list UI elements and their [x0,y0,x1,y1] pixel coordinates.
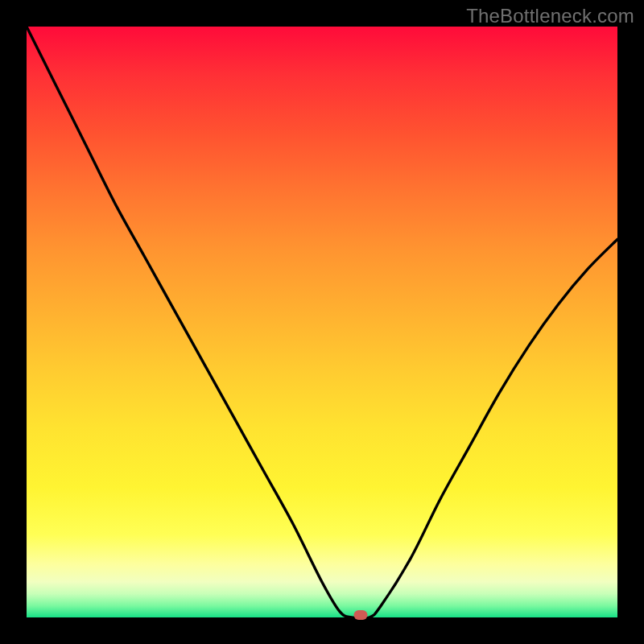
plot-area [27,27,617,617]
chart-frame: TheBottleneck.com [0,0,644,644]
bottleneck-curve [27,27,617,618]
minimum-marker [353,610,367,620]
curve-svg [27,27,617,617]
watermark-text: TheBottleneck.com [466,5,634,27]
